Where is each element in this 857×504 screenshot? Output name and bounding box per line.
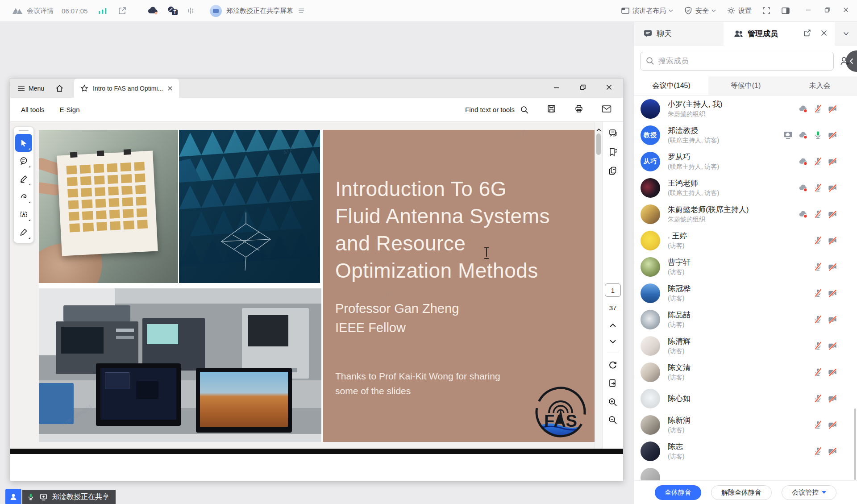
camera-off-icon[interactable] bbox=[828, 446, 837, 456]
participant-row[interactable]: 陈心如 bbox=[634, 385, 857, 412]
tab-not-joined[interactable]: 未入会 bbox=[783, 76, 857, 95]
camera-off-icon[interactable] bbox=[828, 367, 837, 377]
mic-muted-icon[interactable] bbox=[813, 183, 823, 192]
next-page-icon[interactable] bbox=[609, 337, 616, 346]
minimize-button[interactable] bbox=[805, 7, 811, 15]
tab-members[interactable]: 管理成员 bbox=[724, 29, 778, 39]
cloud-recording-icon[interactable] bbox=[147, 6, 159, 15]
participant-row[interactable]: 陈清辉(访客) bbox=[634, 333, 857, 359]
highlight-tool-button[interactable] bbox=[15, 170, 32, 187]
mic-muted-icon[interactable] bbox=[813, 446, 823, 456]
mic-muted-icon[interactable] bbox=[813, 157, 823, 166]
zoom-in-icon[interactable] bbox=[607, 397, 618, 409]
unmute-all-button[interactable]: 解除全体静音 bbox=[711, 485, 772, 500]
mic-muted-icon[interactable] bbox=[813, 209, 823, 219]
all-tools-button[interactable]: All tools bbox=[21, 106, 45, 113]
mic-muted-icon[interactable] bbox=[813, 341, 823, 350]
cloud-recording-icon[interactable] bbox=[798, 209, 808, 219]
previous-page-icon[interactable] bbox=[609, 321, 616, 329]
camera-off-icon[interactable] bbox=[828, 262, 837, 272]
pdf-restore-button[interactable] bbox=[579, 84, 586, 92]
document-scrollbar[interactable] bbox=[595, 122, 602, 449]
camera-off-icon[interactable] bbox=[828, 420, 837, 430]
participant-row[interactable]: . 王婷(访客) bbox=[634, 227, 857, 254]
mic-muted-icon[interactable] bbox=[813, 288, 823, 298]
screen-share-icon[interactable] bbox=[39, 493, 48, 501]
acrobat-menu-button[interactable]: Menu bbox=[10, 85, 44, 92]
transcription-icon[interactable]: T bbox=[167, 6, 179, 16]
print-button[interactable] bbox=[574, 104, 584, 115]
meeting-details-button[interactable]: 会议详情 bbox=[27, 7, 54, 15]
close-panel-icon[interactable] bbox=[820, 29, 828, 38]
fill-sign-tool-button[interactable] bbox=[15, 223, 32, 241]
participant-row[interactable]: 陈志(访客) bbox=[634, 438, 857, 464]
tab-in-meeting[interactable]: 会议中(145) bbox=[634, 76, 708, 95]
participant-row[interactable]: 陈冠桦(访客) bbox=[634, 280, 857, 306]
mic-muted-icon[interactable] bbox=[813, 262, 823, 271]
tab-waiting[interactable]: 等候中(1) bbox=[708, 76, 782, 95]
camera-off-icon[interactable] bbox=[828, 130, 837, 140]
open-external-icon[interactable] bbox=[118, 6, 127, 15]
mic-muted-icon[interactable] bbox=[813, 367, 823, 377]
participant-row[interactable] bbox=[634, 464, 857, 480]
tab-chat[interactable]: 聊天 bbox=[634, 22, 724, 46]
participant-row[interactable]: 陈品喆(访客) bbox=[634, 306, 857, 333]
scrollbar-thumb[interactable] bbox=[596, 133, 601, 155]
participant-row[interactable]: 陈新润(访客) bbox=[634, 412, 857, 438]
pdf-close-button[interactable] bbox=[606, 84, 612, 92]
cloud-recording-icon[interactable] bbox=[798, 104, 808, 113]
mic-muted-icon[interactable] bbox=[813, 315, 823, 324]
pdf-minimize-button[interactable] bbox=[553, 84, 560, 92]
save-button[interactable] bbox=[547, 104, 556, 115]
cloud-recording-icon[interactable] bbox=[798, 130, 808, 140]
participant-row[interactable]: 曹宇轩(访客) bbox=[634, 254, 857, 280]
mute-all-button[interactable]: 全体静音 bbox=[655, 485, 701, 500]
settings-button[interactable]: 设置 bbox=[727, 6, 752, 15]
camera-off-icon[interactable] bbox=[828, 394, 837, 404]
camera-off-icon[interactable] bbox=[828, 341, 837, 351]
participant-row[interactable]: 王鸿老师(联席主持人, 访客) bbox=[634, 175, 857, 201]
participant-list-shortcut[interactable] bbox=[5, 489, 21, 504]
camera-off-icon[interactable] bbox=[828, 236, 837, 246]
text-box-tool-button[interactable]: A bbox=[15, 205, 32, 223]
camera-off-icon[interactable] bbox=[828, 104, 837, 114]
zoom-out-icon[interactable] bbox=[607, 415, 618, 427]
camera-off-icon[interactable] bbox=[828, 157, 837, 167]
popout-panel-icon[interactable] bbox=[803, 29, 811, 39]
esign-button[interactable]: E-Sign bbox=[60, 106, 80, 113]
participant-row[interactable]: 教授郑淦教授(联席主持人, 访客) bbox=[634, 122, 857, 148]
participant-row[interactable]: 陈文清(访客) bbox=[634, 359, 857, 385]
email-button[interactable] bbox=[602, 105, 612, 115]
maximize-button[interactable] bbox=[824, 7, 830, 15]
star-icon[interactable] bbox=[80, 84, 88, 92]
pages-panel-icon[interactable] bbox=[607, 166, 618, 178]
mic-muted-icon[interactable] bbox=[813, 394, 823, 403]
draw-tool-button[interactable] bbox=[15, 187, 32, 205]
participant-row[interactable]: 朱蔚懿老师(联席主持人)朱蔚懿的组织 bbox=[634, 201, 857, 227]
comments-panel-icon[interactable] bbox=[607, 128, 618, 141]
mic-muted-icon[interactable] bbox=[813, 420, 823, 429]
camera-off-icon[interactable] bbox=[828, 288, 837, 298]
search-members-input[interactable] bbox=[640, 52, 834, 71]
panel-collapse-menu-icon[interactable] bbox=[835, 22, 857, 46]
panel-scrollbar-thumb[interactable] bbox=[854, 408, 856, 480]
cloud-recording-icon[interactable] bbox=[798, 157, 808, 166]
document-tab[interactable]: Intro to FAS and Optimi... bbox=[74, 79, 179, 98]
cloud-recording-icon[interactable] bbox=[798, 183, 808, 192]
drag-handle[interactable] bbox=[19, 130, 29, 131]
mic-status-icon[interactable] bbox=[27, 493, 35, 501]
rotate-page-icon[interactable] bbox=[607, 359, 618, 372]
export-page-icon[interactable] bbox=[607, 378, 618, 391]
meeting-controls-button[interactable]: 会议管控 bbox=[782, 485, 836, 500]
select-tool-button[interactable] bbox=[15, 134, 32, 152]
camera-off-icon[interactable] bbox=[828, 183, 837, 193]
scroll-up-icon[interactable] bbox=[596, 125, 601, 133]
bookmarks-panel-icon[interactable] bbox=[607, 147, 618, 159]
mic-muted-icon[interactable] bbox=[813, 104, 823, 113]
home-icon[interactable] bbox=[55, 84, 64, 93]
fullscreen-icon[interactable] bbox=[762, 7, 770, 15]
close-button[interactable] bbox=[843, 7, 849, 15]
sharing-options-icon[interactable] bbox=[298, 8, 305, 14]
participant-row[interactable]: 从巧罗从巧(联席主持人, 访客) bbox=[634, 148, 857, 175]
comment-tool-button[interactable] bbox=[15, 152, 32, 170]
